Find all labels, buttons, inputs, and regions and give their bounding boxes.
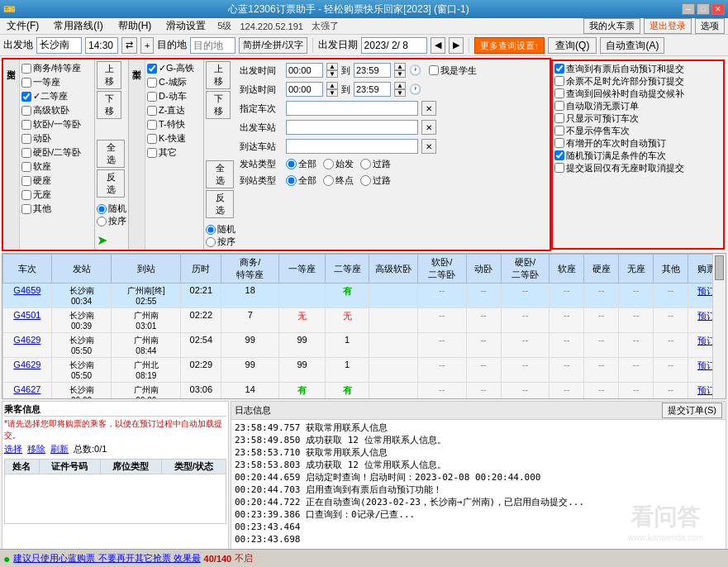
- options-button[interactable]: 选项: [695, 18, 725, 34]
- depart-from-up[interactable]: ▲: [326, 63, 338, 70]
- arrive-from-up[interactable]: ▲: [326, 82, 338, 89]
- my-tickets-button[interactable]: 我的火车票: [583, 18, 640, 34]
- depart-to-down[interactable]: ▼: [394, 70, 406, 78]
- seat-hard-2[interactable]: 硬卧/二等卧: [21, 146, 93, 159]
- more-settings-button[interactable]: 更多查询设置↑: [474, 37, 545, 54]
- train-inv-button[interactable]: 反选: [206, 190, 234, 218]
- opt-8[interactable]: 提交返回仅有无座时取消提交: [554, 162, 721, 174]
- arrive-from-input[interactable]: [286, 82, 323, 97]
- seat-order-radio[interactable]: 按序: [97, 215, 126, 227]
- depart-station-input[interactable]: [286, 120, 418, 135]
- depart-from-spin[interactable]: ▲▼: [326, 63, 338, 78]
- depart-transit-radio[interactable]: 过路: [360, 158, 391, 170]
- auto-query-button[interactable]: 自动查询(A): [600, 37, 664, 54]
- opt-7[interactable]: 随机预订满足条件的车次: [554, 150, 721, 161]
- opt-4[interactable]: 只显示可预订车次: [554, 112, 721, 124]
- train-link-g4501[interactable]: G4501: [13, 310, 40, 320]
- train-link-g4659[interactable]: G4659: [13, 285, 40, 295]
- seat-first[interactable]: 一等座: [21, 76, 93, 88]
- minimize-button[interactable]: ─: [682, 3, 695, 15]
- opt-3[interactable]: 自动取消无票订单: [554, 100, 721, 112]
- passenger-delete-link[interactable]: 移除: [27, 443, 45, 455]
- calendar-prev-button[interactable]: ◀: [431, 37, 445, 54]
- arrow-icon[interactable]: ➤: [97, 233, 107, 247]
- opt-1-check[interactable]: [554, 76, 564, 86]
- seat-second[interactable]: ✓二等座: [21, 90, 93, 102]
- depart-to-spin[interactable]: ▲▼: [394, 63, 406, 78]
- opt-0[interactable]: 查询到有票后自动预订和提交: [554, 63, 721, 74]
- depart-from-input[interactable]: [286, 63, 323, 78]
- opt-0-check[interactable]: [554, 64, 564, 74]
- train-all-button[interactable]: 全选: [206, 160, 234, 188]
- train-link-g4629b[interactable]: G4629: [13, 360, 40, 369]
- arrive-to-down[interactable]: ▼: [394, 89, 406, 97]
- close-button[interactable]: ✕: [711, 3, 725, 15]
- seat-inv-button[interactable]: 反选: [97, 169, 125, 198]
- seat-up-button[interactable]: 上移: [97, 61, 121, 89]
- train-d[interactable]: D-动车: [147, 90, 202, 102]
- train-link-g4629a[interactable]: G4629: [13, 335, 40, 345]
- opt-4-check[interactable]: [554, 113, 564, 123]
- arrive-transit-radio[interactable]: 过路: [360, 174, 391, 187]
- seat-vip[interactable]: 商务/特等座: [21, 62, 93, 74]
- train-k[interactable]: K-快速: [147, 132, 202, 145]
- train-g[interactable]: ✓G-高铁: [147, 62, 202, 74]
- submit-order-button[interactable]: 提交订单(S): [662, 403, 722, 418]
- train-random-radio[interactable]: 随机: [206, 223, 236, 236]
- seat-no-seat[interactable]: 无座: [21, 188, 93, 201]
- seat-dynamic[interactable]: 动卧: [21, 132, 93, 145]
- depart-to-input[interactable]: [354, 63, 391, 78]
- add-button[interactable]: +: [140, 37, 154, 54]
- train-t[interactable]: T-特快: [147, 118, 202, 131]
- depart-start-radio[interactable]: 始发: [323, 158, 354, 170]
- seat-other[interactable]: 其他: [21, 202, 93, 215]
- logout-button[interactable]: 退出登录: [644, 18, 692, 34]
- menu-help[interactable]: 帮助(H): [115, 18, 155, 34]
- arrive-station-input[interactable]: [286, 139, 418, 154]
- passenger-refresh-link[interactable]: 刷新: [50, 443, 69, 455]
- arrive-from-spin[interactable]: ▲▼: [326, 82, 338, 97]
- depart-from-down[interactable]: ▼: [326, 70, 338, 78]
- train-order-radio[interactable]: 按序: [206, 236, 236, 248]
- opt-8-check[interactable]: [554, 163, 564, 173]
- opt-1[interactable]: 余票不足时允许部分预订提交: [554, 75, 721, 87]
- arrive-station-clear-button[interactable]: ✕: [421, 139, 436, 154]
- opt-2-check[interactable]: [554, 88, 564, 98]
- train-link-g4627[interactable]: G4627: [13, 384, 40, 394]
- menu-routes[interactable]: 常用路线(I): [50, 18, 106, 34]
- date-input[interactable]: [361, 37, 427, 54]
- filter-btn[interactable]: 简拼/全拼/汉字: [239, 37, 307, 54]
- student-checkbox[interactable]: 我是学生: [429, 64, 477, 77]
- scroll-thumb[interactable]: [715, 255, 724, 280]
- depart-all-radio[interactable]: 全部: [286, 158, 316, 170]
- query-button[interactable]: 查询(Q): [548, 37, 597, 54]
- depart-station-clear-button[interactable]: ✕: [421, 120, 436, 135]
- train-up-button[interactable]: 上移: [206, 61, 231, 89]
- depart-to-up[interactable]: ▲: [394, 63, 406, 70]
- table-scrollbar[interactable]: [712, 254, 726, 398]
- opt-2[interactable]: 查询到回候补时自动提交候补: [554, 88, 721, 99]
- opt-3-check[interactable]: [554, 101, 564, 111]
- status-text[interactable]: 建议只使用心蓝购票 不要再开其它抢票 效果最: [13, 552, 200, 565]
- opt-6[interactable]: 有增开的车次时自动预订: [554, 137, 721, 149]
- train-no-clear-button[interactable]: ✕: [421, 101, 436, 116]
- opt-5[interactable]: 不显示停售车次: [554, 125, 721, 136]
- seat-soft-hard[interactable]: 软卧/一等卧: [21, 118, 93, 131]
- seat-high-soft[interactable]: 高级软卧: [21, 104, 93, 117]
- arrive-from-down[interactable]: ▼: [326, 89, 338, 97]
- arrive-all-radio[interactable]: 全部: [286, 174, 316, 187]
- calendar-next-button[interactable]: ▶: [449, 37, 464, 54]
- arrive-to-spin[interactable]: ▲▼: [394, 82, 406, 97]
- depart-time-input[interactable]: [85, 37, 118, 54]
- train-c[interactable]: C-城际: [147, 76, 202, 88]
- menu-slide[interactable]: 滑动设置: [163, 18, 209, 34]
- train-other[interactable]: 其它: [147, 146, 202, 159]
- opt-7-check[interactable]: [554, 150, 564, 160]
- dest-input[interactable]: [190, 37, 236, 54]
- maximize-button[interactable]: □: [697, 3, 710, 15]
- train-z[interactable]: Z-直达: [147, 104, 202, 117]
- depart-input[interactable]: [36, 37, 82, 54]
- seat-soft-seat[interactable]: 软座: [21, 160, 93, 173]
- arrive-terminal-radio[interactable]: 终点: [323, 174, 354, 187]
- passenger-select-link[interactable]: 选择: [4, 443, 22, 455]
